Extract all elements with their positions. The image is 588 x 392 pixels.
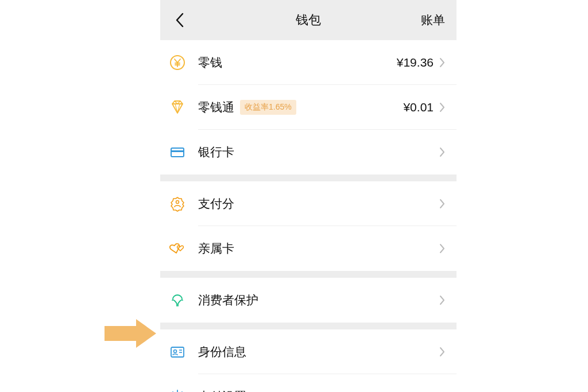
- chevron-right-icon: [439, 199, 445, 209]
- row-paysettings[interactable]: 支付设置: [160, 374, 457, 392]
- row-label: 银行卡: [198, 144, 234, 160]
- gear-badge-icon: [169, 196, 185, 212]
- row-familycard[interactable]: 亲属卡: [160, 226, 457, 271]
- row-bankcards[interactable]: 银行卡: [160, 130, 457, 174]
- chevron-left-icon: [175, 13, 184, 28]
- chevron-right-icon: [439, 243, 445, 254]
- svg-rect-9: [171, 150, 184, 152]
- gear-icon: [169, 389, 185, 392]
- row-consumerprotect[interactable]: 消费者保护: [160, 278, 457, 323]
- chevron-right-icon: [439, 102, 445, 112]
- row-label: 身份信息: [198, 344, 246, 360]
- header-bar: 钱包 账单: [160, 0, 457, 40]
- chevron-right-icon: [439, 347, 445, 357]
- balance-amount: ¥19.36: [397, 56, 434, 69]
- row-label: 亲属卡: [198, 240, 234, 257]
- row-label: 零钱通: [198, 99, 234, 115]
- id-card-icon: [169, 344, 185, 360]
- row-balance[interactable]: 零钱 ¥19.36: [160, 40, 457, 85]
- yield-badge: 收益率1.65%: [240, 100, 296, 115]
- svg-marker-1: [105, 319, 156, 348]
- page-title: 钱包: [160, 11, 457, 29]
- card-icon: [169, 144, 185, 160]
- hands-protect-icon: [169, 292, 185, 308]
- row-label: 消费者保护: [198, 292, 258, 308]
- section-separator: [160, 323, 457, 329]
- chevron-right-icon: [439, 295, 445, 305]
- yen-coin-icon: [169, 55, 185, 71]
- svg-point-12: [174, 350, 177, 353]
- annotation-arrow-bottom: [105, 319, 156, 348]
- hearts-icon: [169, 240, 185, 257]
- svg-point-10: [176, 201, 179, 204]
- chevron-right-icon: [439, 57, 445, 68]
- row-payscore[interactable]: 支付分: [160, 181, 457, 226]
- row-label: 支付分: [198, 196, 234, 212]
- moneyplus-amount: ¥0.01: [403, 100, 434, 114]
- back-button[interactable]: [168, 0, 191, 40]
- row-label: 零钱: [198, 55, 222, 71]
- diamond-icon: [169, 99, 185, 115]
- menu-list: 零钱 ¥19.36: [160, 40, 457, 392]
- row-identity[interactable]: 身份信息: [160, 329, 457, 374]
- chevron-right-icon: [439, 147, 445, 157]
- row-label: 支付设置: [198, 389, 246, 392]
- section-separator: [160, 271, 457, 278]
- screen: 钱包 账单 零钱 ¥19.36: [0, 0, 588, 392]
- bill-button[interactable]: 账单: [421, 0, 445, 40]
- svg-rect-8: [171, 148, 184, 157]
- app-frame: 钱包 账单 零钱 ¥19.36: [160, 0, 457, 392]
- row-moneyplus[interactable]: 零钱通 收益率1.65% ¥0.01: [160, 85, 457, 130]
- section-separator: [160, 174, 457, 181]
